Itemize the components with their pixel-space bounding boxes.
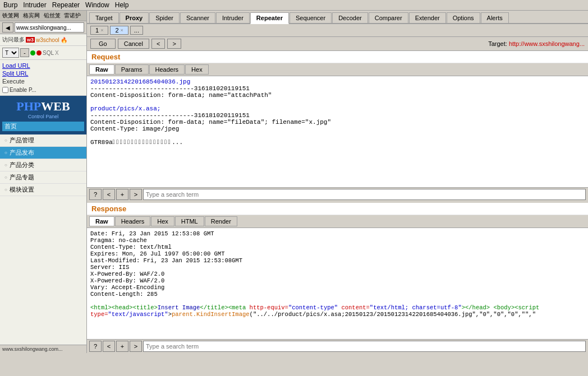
res-search-question[interactable]: ? (89, 341, 102, 352)
sidebar-item-product-topic[interactable]: ○ 产品专题 (0, 171, 86, 184)
menu-intruder[interactable]: Intruder (23, 1, 46, 9)
bullet-4: ○ (4, 175, 7, 180)
bookmarks-bar: 铁笼网 格宾网 铅丝笼 雷诺护 (0, 11, 86, 21)
bookmark-1[interactable]: 铁笼网 (2, 12, 19, 18)
req-line9 (90, 132, 585, 139)
tab-target[interactable]: Target (89, 12, 119, 23)
res-line13: type="text/javascript">parent.KindInsert… (90, 311, 585, 318)
tab-options[interactable]: Options (447, 12, 480, 23)
res-line10: Content-Length: 285 (90, 291, 585, 298)
phpweb-logo: PHP WEB Control Panel 首页 (0, 96, 86, 134)
req-tab-params[interactable]: Params (115, 64, 149, 75)
repeater-tab-2[interactable]: 2 × (110, 26, 128, 35)
green-dot (30, 50, 35, 55)
label-5: 模块设置 (10, 185, 34, 194)
split-url-link[interactable]: Split URL (2, 70, 84, 77)
main-area: Target Proxy Spider Scanner Intruder Rep… (87, 11, 588, 353)
url-bar[interactable] (15, 22, 84, 33)
menu-repeater[interactable]: Repeater (52, 1, 80, 9)
tool-dropdown[interactable]: T (2, 48, 19, 58)
req-search-plus[interactable]: + (116, 189, 128, 200)
res-tab-raw[interactable]: Raw (89, 216, 114, 226)
fire-icon: 🔥 (61, 37, 67, 43)
browser-toolbar: ◀ (0, 21, 86, 34)
tab-alerts[interactable]: Alerts (481, 12, 509, 23)
req-tab-headers[interactable]: Headers (149, 64, 185, 75)
req-line5: product/pics/x.asa; (90, 105, 585, 112)
res-tab-render[interactable]: Render (205, 216, 237, 226)
execute-label: Execute (2, 78, 25, 85)
tab-spider[interactable]: Spider (149, 12, 180, 23)
w3-badge: w3 (26, 37, 35, 43)
bookmark-4[interactable]: 雷诺护 (64, 12, 81, 18)
request-title: Request (87, 51, 588, 63)
tab-intruder[interactable]: Intruder (216, 12, 250, 23)
bookmark-2[interactable]: 格宾网 (23, 12, 40, 18)
menu-burp[interactable]: Burp (3, 1, 17, 9)
sidebar-item-product-publish[interactable]: ○ 产品发布 (0, 147, 86, 159)
res-line5: Last-Modified: Fri, 23 Jan 2015 12:53:08… (90, 257, 585, 264)
menu-help[interactable]: Help (115, 1, 129, 9)
req-line4 (90, 99, 585, 105)
next-button[interactable]: > (167, 39, 181, 49)
tab-repeater[interactable]: Repeater (250, 12, 289, 24)
response-search-input[interactable] (143, 341, 586, 352)
sidebar-item-product-mgmt[interactable]: ○ 产品管理 (0, 134, 86, 147)
res-search-prev[interactable]: < (103, 341, 115, 352)
tab-comparer[interactable]: Comparer (369, 12, 408, 23)
back-button[interactable]: ◀ (2, 22, 13, 33)
req-tab-hex[interactable]: Hex (185, 64, 209, 75)
response-title: Response (87, 203, 588, 215)
w3school-link[interactable]: w3school (36, 37, 59, 43)
request-search-input[interactable] (143, 189, 586, 200)
res-line2: Pragma: no-cache (90, 237, 585, 244)
sidebar-item-module-settings[interactable]: ○ 模块设置 (0, 184, 86, 196)
repeater-tab-1[interactable]: 1 × (90, 26, 108, 35)
menu-window[interactable]: Window (85, 1, 109, 9)
repeater-content: 1 × 2 × ... Go Cancel < > Target: ht (87, 24, 588, 353)
req-tab-raw[interactable]: Raw (89, 64, 114, 75)
tab-decoder[interactable]: Decoder (332, 12, 368, 23)
res-search-plus[interactable]: + (116, 341, 128, 352)
req-search-next[interactable]: > (130, 189, 142, 200)
tool-row: T - SQL X (0, 46, 86, 60)
load-url-link[interactable]: Load URL (2, 62, 84, 69)
response-content: Date: Fri, 23 Jan 2015 12:53:08 GMT Prag… (87, 228, 588, 339)
bookmark-3[interactable]: 铅丝笼 (44, 12, 61, 18)
req-search-prev[interactable]: < (103, 189, 115, 200)
res-line3: Content-Type: text/html (90, 244, 585, 250)
home-nav: 首页 (2, 122, 84, 131)
res-search-next[interactable]: > (130, 341, 142, 352)
res-line7: X-Powered-By: WAF/2.0 (90, 271, 585, 277)
enable-row: Enable P... (2, 87, 84, 93)
tab-proxy[interactable]: Proxy (120, 12, 149, 23)
tab1-close[interactable]: × (100, 27, 103, 33)
bullet-3: ○ (4, 163, 7, 168)
tab2-close[interactable]: × (121, 27, 123, 33)
sidebar: 铁笼网 格宾网 铅丝笼 雷诺护 ◀ 访问最多 w3 w3school 🔥 T -… (0, 11, 87, 353)
request-panel: Request Raw Params Headers Hex 201501231… (87, 51, 588, 203)
label-2: 产品发布 (10, 148, 34, 157)
home-label[interactable]: 首页 (4, 123, 17, 129)
go-button[interactable]: Go (90, 39, 116, 49)
bullet-2: ○ (4, 150, 7, 155)
sidebar-item-product-category[interactable]: ○ 产品分类 (0, 159, 86, 171)
tab-scanner[interactable]: Scanner (180, 12, 215, 23)
repeater-tab-dots[interactable]: ... (130, 26, 143, 35)
res-tab-hex[interactable]: Hex (151, 216, 174, 226)
minus-btn[interactable]: - (20, 48, 29, 57)
res-tab-headers[interactable]: Headers (115, 216, 151, 226)
menubar: Burp Intruder Repeater Window Help (0, 0, 588, 11)
label-1: 产品管理 (10, 136, 34, 145)
res-tab-html[interactable]: HTML (175, 216, 204, 226)
req-search-question[interactable]: ? (89, 189, 102, 200)
cancel-button[interactable]: Cancel (118, 39, 149, 49)
req-line6: ----------------------------316181020119… (90, 112, 585, 119)
control-panel-label: Control Panel (2, 114, 84, 119)
tab-extender[interactable]: Extender (409, 12, 446, 23)
tab-sequencer[interactable]: Sequencer (290, 12, 332, 23)
execute-row: Execute (2, 78, 84, 85)
enable-checkbox[interactable] (2, 87, 8, 93)
target-display: Target: http://www.sxshilongwang... (488, 40, 585, 47)
prev-button[interactable]: < (151, 39, 165, 49)
